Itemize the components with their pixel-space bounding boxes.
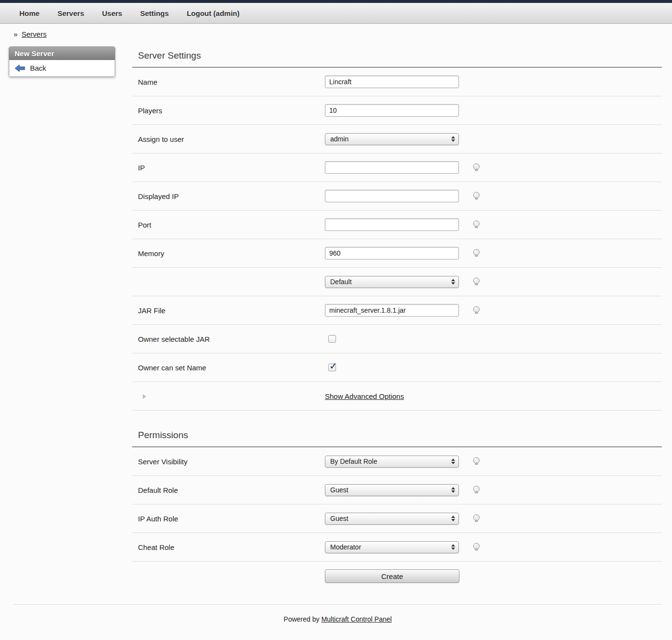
assign-to-user-select[interactable]: admin bbox=[325, 133, 459, 145]
owner-can-set-name-row: Owner can set Name ✓ bbox=[132, 353, 662, 382]
help-lightbulb-icon[interactable] bbox=[472, 220, 481, 229]
memory-row: Memory bbox=[132, 239, 662, 268]
select-value: admin bbox=[330, 135, 349, 143]
ip-auth-role-select[interactable]: Guest bbox=[325, 513, 459, 525]
advanced-options-row: Show Advanced Options bbox=[132, 382, 662, 411]
help-lightbulb-icon[interactable] bbox=[472, 305, 481, 315]
create-button[interactable]: Create bbox=[325, 569, 459, 583]
name-row: Name bbox=[132, 68, 662, 96]
back-button-label: Back bbox=[30, 64, 46, 72]
show-advanced-options-link[interactable]: Show Advanced Options bbox=[325, 392, 404, 400]
select-stepper-icon bbox=[451, 136, 455, 142]
server-type-row: Default bbox=[132, 268, 662, 296]
players-row: Players bbox=[132, 96, 662, 125]
ip-label: IP bbox=[132, 164, 325, 172]
breadcrumb-marker: » bbox=[14, 30, 17, 38]
server-visibility-label: Server Visibility bbox=[132, 457, 325, 466]
owner-can-set-name-label: Owner can set Name bbox=[132, 364, 325, 372]
back-arrow-icon bbox=[15, 64, 25, 72]
owner-selectable-jar-row: Owner selectable JAR ✓ bbox=[132, 325, 662, 353]
select-stepper-icon bbox=[451, 487, 455, 493]
nav-item-settings[interactable]: Settings bbox=[140, 9, 168, 17]
permissions-heading: Permissions bbox=[132, 411, 662, 446]
help-lightbulb-icon[interactable] bbox=[472, 277, 481, 287]
main-content: Server Settings Name Players Assign to u… bbox=[132, 43, 662, 591]
owner-selectable-jar-checkbox[interactable]: ✓ bbox=[328, 335, 336, 343]
select-stepper-icon bbox=[451, 516, 455, 521]
name-label: Name bbox=[132, 78, 325, 86]
checkmark-icon: ✓ bbox=[329, 360, 337, 372]
port-row: Port bbox=[132, 211, 662, 239]
ip-row: IP bbox=[132, 153, 662, 182]
owner-selectable-jar-label: Owner selectable JAR bbox=[132, 335, 325, 343]
select-value: By Default Role bbox=[330, 457, 377, 465]
default-role-select[interactable]: Guest bbox=[325, 484, 459, 496]
name-input[interactable] bbox=[325, 76, 459, 88]
help-lightbulb-icon[interactable] bbox=[472, 457, 481, 466]
sidebar-title: New Server bbox=[9, 47, 115, 60]
jar-file-label: JAR File bbox=[132, 306, 325, 315]
page: Home Servers Users Settings Logout (admi… bbox=[0, 0, 672, 640]
cheat-role-label: Cheat Role bbox=[132, 543, 325, 551]
default-role-row: Default Role Guest bbox=[132, 476, 662, 504]
help-lightbulb-icon[interactable] bbox=[472, 514, 481, 523]
jar-file-input[interactable] bbox=[325, 304, 459, 317]
displayed-ip-label: Displayed IP bbox=[132, 192, 325, 200]
server-visibility-row: Server Visibility By Default Role bbox=[132, 447, 662, 476]
permissions-section-head: Permissions bbox=[132, 411, 662, 447]
server-type-select[interactable]: Default bbox=[325, 276, 459, 288]
server-settings-section-head: Server Settings bbox=[132, 43, 662, 68]
help-lightbulb-icon[interactable] bbox=[472, 191, 481, 201]
breadcrumb: » Servers bbox=[0, 24, 672, 43]
nav-item-home[interactable]: Home bbox=[19, 9, 40, 17]
select-value: Moderator bbox=[330, 543, 361, 551]
select-stepper-icon bbox=[451, 458, 455, 464]
help-lightbulb-icon[interactable] bbox=[472, 248, 481, 258]
jar-file-row: JAR File bbox=[132, 296, 662, 325]
select-stepper-icon bbox=[451, 544, 455, 550]
multicraft-control-panel-link[interactable]: Multicraft Control Panel bbox=[321, 615, 392, 623]
create-row: Create bbox=[132, 562, 662, 591]
help-lightbulb-icon[interactable] bbox=[472, 163, 481, 172]
cheat-role-row: Cheat Role Moderator bbox=[132, 533, 662, 562]
cheat-role-select[interactable]: Moderator bbox=[325, 541, 459, 553]
assign-to-user-label: Assign to user bbox=[132, 135, 325, 143]
port-label: Port bbox=[132, 221, 325, 229]
ip-auth-role-row: IP Auth Role Guest bbox=[132, 504, 662, 533]
select-value: Default bbox=[330, 278, 351, 286]
port-input[interactable] bbox=[325, 218, 459, 231]
memory-input[interactable] bbox=[325, 247, 459, 259]
footer: Powered by Multicraft Control Panel bbox=[14, 604, 662, 636]
ip-input[interactable] bbox=[325, 161, 459, 174]
server-visibility-select[interactable]: By Default Role bbox=[325, 456, 459, 468]
default-role-label: Default Role bbox=[132, 486, 325, 494]
help-lightbulb-icon[interactable] bbox=[472, 485, 481, 495]
players-label: Players bbox=[132, 107, 325, 115]
owner-can-set-name-checkbox[interactable]: ✓ bbox=[328, 364, 336, 371]
powered-by-text: Powered by bbox=[284, 615, 320, 623]
nav-item-logout[interactable]: Logout (admin) bbox=[187, 9, 240, 17]
assign-to-user-row: Assign to user admin bbox=[132, 125, 662, 153]
sidebar: New Server Back bbox=[9, 46, 115, 77]
breadcrumb-link-servers[interactable]: Servers bbox=[22, 30, 47, 38]
players-input[interactable] bbox=[325, 104, 459, 117]
disclosure-triangle-icon[interactable] bbox=[143, 394, 146, 399]
back-button[interactable]: Back bbox=[9, 60, 115, 76]
help-lightbulb-icon[interactable] bbox=[472, 542, 481, 552]
nav-item-users[interactable]: Users bbox=[102, 9, 122, 17]
memory-label: Memory bbox=[132, 249, 325, 258]
server-settings-heading: Server Settings bbox=[132, 43, 662, 67]
top-navigation: Home Servers Users Settings Logout (admi… bbox=[0, 3, 672, 24]
select-stepper-icon bbox=[451, 279, 455, 285]
displayed-ip-row: Displayed IP bbox=[132, 182, 662, 211]
nav-item-servers[interactable]: Servers bbox=[58, 9, 84, 17]
select-value: Guest bbox=[330, 515, 348, 522]
displayed-ip-input[interactable] bbox=[325, 190, 459, 202]
ip-auth-role-label: IP Auth Role bbox=[132, 515, 325, 523]
select-value: Guest bbox=[330, 486, 348, 494]
